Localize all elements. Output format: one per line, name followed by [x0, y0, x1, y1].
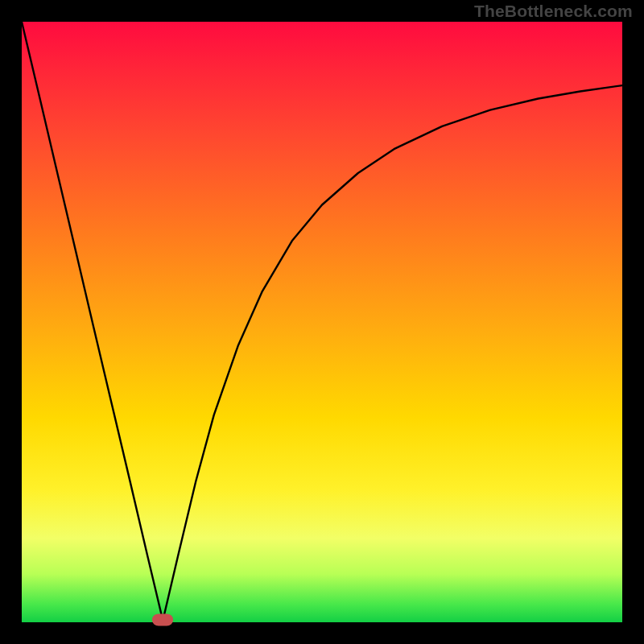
curve-layer — [22, 22, 622, 622]
watermark-text: TheBottleneck.com — [474, 2, 633, 21]
vertex-marker — [152, 614, 173, 626]
plot-area — [22, 22, 622, 622]
chart-frame: TheBottleneck.com — [0, 0, 644, 644]
left-branch-line — [22, 22, 163, 621]
right-branch-line — [163, 85, 622, 621]
